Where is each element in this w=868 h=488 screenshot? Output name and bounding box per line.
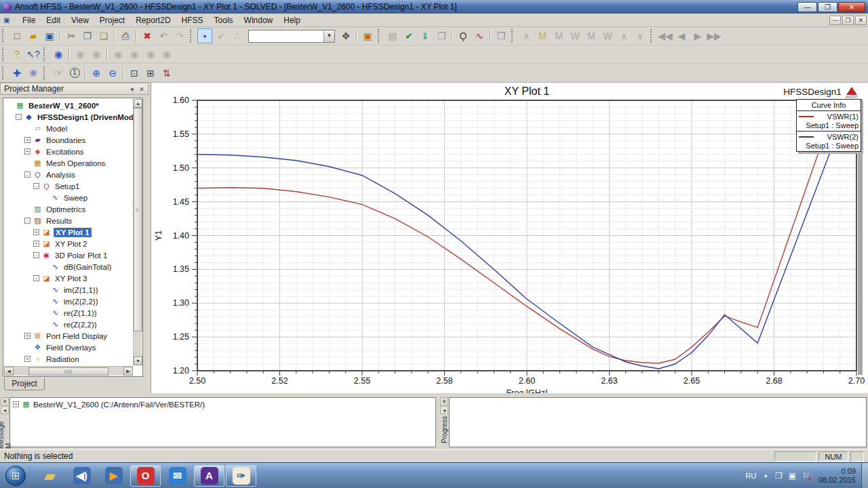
- message-tree-item[interactable]: + ▦ BesterW_V1_2600 (C:/Antenn/Fail/Ver/…: [10, 398, 435, 409]
- copy-report-button[interactable]: ❒: [494, 28, 509, 43]
- scroll-right-button[interactable]: ▶: [123, 367, 133, 375]
- axes-orientation-button[interactable]: ⇅: [159, 66, 174, 81]
- ripple-marker-button[interactable]: M: [584, 28, 599, 43]
- toolbar-grip[interactable]: [43, 66, 48, 80]
- menu-help[interactable]: Help: [278, 14, 306, 26]
- create-report-button[interactable]: ∿: [472, 28, 487, 43]
- band-marker-button[interactable]: W: [600, 28, 615, 43]
- tree-item-field-overlays[interactable]: ❖Field Overlays: [4, 342, 133, 353]
- project-tab[interactable]: Project: [4, 378, 45, 390]
- tree-item-sweep[interactable]: ∿Sweep: [4, 192, 133, 203]
- menu-window[interactable]: Window: [239, 14, 279, 26]
- legend-entry-vswr2[interactable]: VSWR(2)Setup1 : Sweep: [797, 131, 861, 151]
- tree-item-mesh-operations[interactable]: ▦Mesh Operations: [4, 157, 133, 169]
- print-button[interactable]: ⎙: [118, 28, 133, 43]
- paint-app[interactable]: ✑: [226, 465, 256, 487]
- message-manager-collapse-button[interactable]: ◂: [1, 406, 9, 414]
- max-marker-button[interactable]: M: [535, 28, 550, 43]
- tree-item-3d-polar-plot-1[interactable]: -◉3D Polar Plot 1: [4, 249, 133, 261]
- first-frame-button[interactable]: ◀◀: [658, 28, 673, 43]
- last-frame-button[interactable]: ▶▶: [707, 28, 722, 43]
- zoom-out-region-button[interactable]: ⊖: [105, 66, 120, 81]
- menu-report2d[interactable]: Report2D: [130, 14, 176, 26]
- menu-file[interactable]: File: [17, 14, 41, 26]
- mdi-restore-button[interactable]: ❐: [842, 16, 854, 25]
- next-frame-button[interactable]: ▶: [690, 28, 705, 43]
- action-center-flag-icon[interactable]: ⚐✕: [802, 471, 810, 481]
- optimetrics-button[interactable]: ✥: [338, 28, 353, 43]
- maximize-button[interactable]: ❐: [818, 2, 837, 12]
- progress-close-button[interactable]: ✕: [440, 397, 448, 405]
- boolean-unite-button[interactable]: ✚: [9, 66, 24, 81]
- tree-expander[interactable]: +: [33, 241, 39, 247]
- show-all-button[interactable]: ◉: [127, 47, 142, 62]
- tree-item-setup1[interactable]: -ϘSetup1: [4, 180, 133, 192]
- show-others-button[interactable]: ◉: [159, 47, 174, 62]
- toolbar-grip[interactable]: [2, 66, 7, 80]
- menu-tools[interactable]: Tools: [209, 14, 239, 26]
- mdi-minimize-button[interactable]: —: [829, 16, 841, 25]
- explorer-app[interactable]: ▰: [35, 465, 65, 487]
- help-topics-button[interactable]: ?: [9, 47, 24, 62]
- verify-results-button[interactable]: ✔: [401, 28, 416, 43]
- tree-item-optimetrics[interactable]: ▥Optimetrics: [4, 203, 133, 215]
- tree-item-results[interactable]: -▨Results: [4, 215, 133, 226]
- show-desktop-button[interactable]: [861, 463, 868, 488]
- tree-item-im-z-2-2[interactable]: ∿im(Z(2,2)): [4, 296, 133, 307]
- tree-vertical-scrollbar[interactable]: ▲ ≡ ▼: [133, 99, 142, 365]
- upper-limit-button[interactable]: ∧: [616, 28, 631, 43]
- paste-button[interactable]: ❏: [96, 28, 111, 43]
- zoom-100-button[interactable]: 1: [67, 66, 82, 81]
- tree-expander[interactable]: -: [24, 218, 31, 224]
- tree-item-hfssdesign1-drivenmod[interactable]: -◆HFSSDesign1 (DrivenMod: [4, 111, 133, 123]
- message-expander[interactable]: +: [13, 401, 19, 407]
- validation-check-button[interactable]: ✓: [214, 28, 229, 43]
- tree-expander[interactable]: +: [24, 333, 31, 339]
- lower-limit-button[interactable]: ∨: [633, 28, 648, 43]
- dataset-button[interactable]: ❒: [434, 28, 449, 43]
- zoom-window-button[interactable]: ⊡: [127, 66, 142, 81]
- zoom-in-region-button[interactable]: ⊕: [89, 66, 104, 81]
- tree-expander[interactable]: -: [33, 252, 39, 258]
- pm-menu-dropdown-button[interactable]: ▾: [127, 85, 137, 94]
- simulation-combobox[interactable]: ▼: [248, 30, 335, 43]
- vertical-scroll-thumb[interactable]: [134, 108, 142, 331]
- import-solution-button[interactable]: ⇓: [418, 28, 433, 43]
- undo-button[interactable]: ↶: [156, 28, 171, 43]
- tree-item-besterw-v1-2600[interactable]: ▦BesterW_V1_2600*: [4, 100, 133, 111]
- context-help-button[interactable]: ↖?: [26, 47, 41, 62]
- tree-item-port-field-display[interactable]: +⊞Port Field Display: [4, 330, 133, 342]
- horizontal-scroll-thumb[interactable]: ⦀⦀⦀: [28, 367, 108, 375]
- open-button[interactable]: ▰: [26, 28, 41, 43]
- hide-others-button[interactable]: ◉: [143, 47, 158, 62]
- tree-item-model[interactable]: ▱Model: [4, 123, 133, 134]
- tree-item-im-z-1-1[interactable]: ∿im(Z(1,1)): [4, 284, 133, 296]
- tree-expander[interactable]: -: [24, 171, 31, 178]
- tree-item-boundaries[interactable]: +▰Boundaries: [4, 134, 133, 146]
- toolbar-grip[interactable]: [190, 29, 195, 43]
- tree-expander[interactable]: +: [33, 229, 39, 235]
- tree-expander[interactable]: +: [24, 148, 31, 155]
- min-max-marker-button[interactable]: M: [551, 28, 566, 43]
- xy-plot-chart[interactable]: 2.502.522.552.582.602.632.652.682.701.60…: [151, 83, 868, 393]
- menu-project[interactable]: Project: [94, 14, 130, 26]
- progress-collapse-button[interactable]: ◂: [440, 406, 448, 414]
- toolbar-grip[interactable]: [378, 29, 382, 43]
- redo-button[interactable]: ↷: [172, 28, 187, 43]
- tree-expander[interactable]: -: [33, 183, 39, 189]
- tree-expander[interactable]: -: [33, 275, 39, 281]
- tree-item-re-z-1-1[interactable]: ∿re(Z(1,1)): [4, 307, 133, 319]
- tree-expander[interactable]: +: [24, 356, 31, 362]
- zoom-fit-button[interactable]: ⊞: [143, 66, 158, 81]
- pan-button[interactable]: ☞: [51, 66, 66, 81]
- toolbar-grip[interactable]: [650, 29, 655, 43]
- toolbar-grip[interactable]: [2, 29, 7, 43]
- minimize-button[interactable]: —: [797, 2, 817, 12]
- media-player-app[interactable]: ▶: [98, 465, 129, 487]
- message-manager-close-button[interactable]: ✕: [1, 397, 9, 405]
- tree-horizontal-scrollbar[interactable]: ◀ ⦀⦀⦀ ▶: [4, 366, 133, 375]
- edit-sources-button[interactable]: ▣: [360, 28, 375, 43]
- new-button[interactable]: □: [9, 28, 24, 43]
- tree-item-xy-plot-1[interactable]: +◪XY Plot 1: [4, 226, 133, 238]
- scroll-down-button[interactable]: ▼: [134, 357, 142, 365]
